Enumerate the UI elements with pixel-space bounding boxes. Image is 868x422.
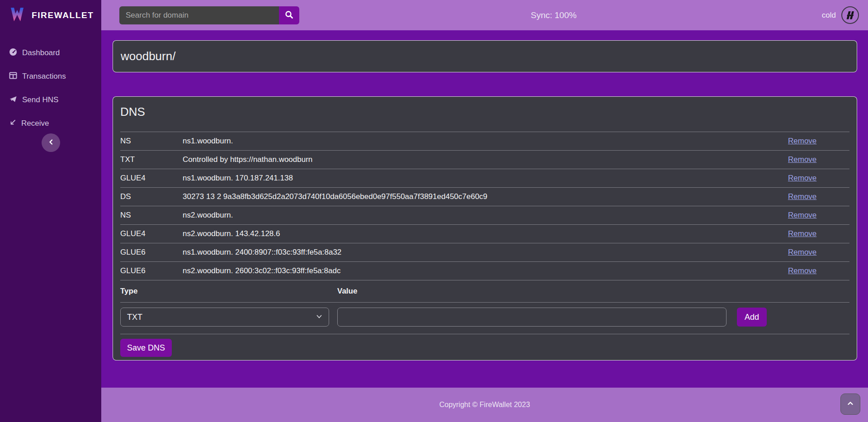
sidebar-item-send-hns[interactable]: Send HNS xyxy=(0,88,101,112)
sync-status: Sync: 100% xyxy=(531,0,576,30)
record-value: ns1.woodburn. xyxy=(183,137,788,146)
remove-record-link[interactable]: Remove xyxy=(788,248,816,256)
dns-record-row: TXT Controlled by https://nathan.woodbur… xyxy=(120,151,849,169)
sidebar-item-label: Receive xyxy=(21,119,49,128)
sidebar-item-dashboard[interactable]: Dashboard xyxy=(0,41,101,65)
record-type: GLUE4 xyxy=(120,174,183,183)
dns-records: NS ns1.woodburn. Remove TXT Controlled b… xyxy=(120,132,849,280)
record-type: NS xyxy=(120,211,183,220)
sidebar-item-transactions[interactable]: Transactions xyxy=(0,65,101,88)
remove-record-link[interactable]: Remove xyxy=(788,155,816,164)
record-type: GLUE6 xyxy=(120,248,183,257)
remove-record-link[interactable]: Remove xyxy=(788,192,816,201)
chevron-down-icon xyxy=(316,313,322,322)
remove-record-link[interactable]: Remove xyxy=(788,229,816,238)
dns-record-row: DS 30273 13 2 9a3a8fb3d625d2a2073d740f10… xyxy=(120,188,849,206)
record-value: ns1.woodburn. 170.187.241.138 xyxy=(183,174,788,183)
remove-record-link[interactable]: Remove xyxy=(788,137,816,145)
record-value: 30273 13 2 9a3a8fb3d625d2a2073d740f10da6… xyxy=(183,192,788,201)
record-type: GLUE6 xyxy=(120,266,183,275)
sidebar-item-label: Send HNS xyxy=(22,95,58,104)
search-input[interactable] xyxy=(119,6,279,24)
chevron-up-icon xyxy=(847,400,854,408)
dns-record-row: NS ns2.woodburn. Remove xyxy=(120,206,849,225)
save-dns-button[interactable]: Save DNS xyxy=(120,339,172,357)
dns-add-record-form: TXT Add xyxy=(120,308,849,327)
record-value: ns1.woodburn. 2400:8907::f03c:93ff:fe5a:… xyxy=(183,248,788,257)
sidebar-item-label: Dashboard xyxy=(22,48,60,57)
domain-search xyxy=(119,6,299,24)
dns-record-row: GLUE6 ns2.woodburn. 2600:3c02::f03c:93ff… xyxy=(120,262,849,280)
dns-record-row: NS ns1.woodburn. Remove xyxy=(120,132,849,151)
record-value: ns2.woodburn. 2600:3c02::f03c:93ff:fe5a:… xyxy=(183,266,788,275)
type-column-header: Type xyxy=(120,287,337,296)
search-icon xyxy=(285,10,293,20)
dns-record-row: GLUE6 ns1.woodburn. 2400:8907::f03c:93ff… xyxy=(120,243,849,262)
add-record-button[interactable]: Add xyxy=(737,308,767,327)
dns-section-title: DNS xyxy=(120,105,849,119)
footer: Copyright © FireWallet 2023 xyxy=(101,388,868,422)
record-value: ns2.woodburn. 143.42.128.6 xyxy=(183,229,788,238)
record-type-select[interactable]: TXT xyxy=(120,308,329,327)
sidebar-collapse-button[interactable] xyxy=(42,133,60,152)
record-value: Controlled by https://nathan.woodburn xyxy=(183,155,788,164)
receive-arrow-icon xyxy=(9,119,16,128)
sidebar-nav: Dashboard Transactions Send HNS xyxy=(0,41,101,135)
form-divider xyxy=(120,334,849,334)
selected-type-value: TXT xyxy=(127,313,142,322)
table-icon xyxy=(9,71,17,82)
topbar: Sync: 100% cold xyxy=(101,0,868,30)
brand-name: FIREWALLET xyxy=(32,10,94,20)
search-button[interactable] xyxy=(279,6,299,24)
wallet-account: cold xyxy=(822,6,859,24)
record-value-input[interactable] xyxy=(337,308,726,327)
record-value: ns2.woodburn. xyxy=(183,211,788,220)
dns-card: DNS NS ns1.woodburn. Remove TXT Controll… xyxy=(113,96,857,360)
domain-title-card: woodburn/ xyxy=(113,40,857,72)
sidebar-item-label: Transactions xyxy=(22,72,66,81)
dns-record-row: GLUE4 ns1.woodburn. 170.187.241.138 Remo… xyxy=(120,169,849,188)
record-type: TXT xyxy=(120,155,183,164)
wallet-name-label: cold xyxy=(822,11,836,20)
remove-record-link[interactable]: Remove xyxy=(788,211,816,219)
sidebar: FIREWALLET Dashboard Transactions xyxy=(0,0,101,422)
send-icon xyxy=(9,95,17,105)
record-type: DS xyxy=(120,192,183,201)
gauge-icon xyxy=(9,48,17,58)
value-column-header: Value xyxy=(337,287,357,296)
sidebar-item-receive[interactable]: Receive xyxy=(0,112,101,135)
brand[interactable]: FIREWALLET xyxy=(0,0,101,30)
record-type: GLUE4 xyxy=(120,229,183,238)
scroll-to-top-button[interactable] xyxy=(840,394,860,415)
record-type: NS xyxy=(120,137,183,146)
dns-record-row: GLUE4 ns2.woodburn. 143.42.128.6 Remove xyxy=(120,225,849,243)
copyright-text: Copyright © FireWallet 2023 xyxy=(439,401,530,409)
dns-form-headers: Type Value xyxy=(120,280,849,303)
firewallet-logo-icon xyxy=(8,5,26,25)
chevron-left-icon xyxy=(48,139,54,147)
page-title: woodburn/ xyxy=(121,49,175,63)
remove-record-link[interactable]: Remove xyxy=(788,174,816,182)
handshake-logo-icon[interactable] xyxy=(841,6,859,24)
remove-record-link[interactable]: Remove xyxy=(788,266,816,275)
